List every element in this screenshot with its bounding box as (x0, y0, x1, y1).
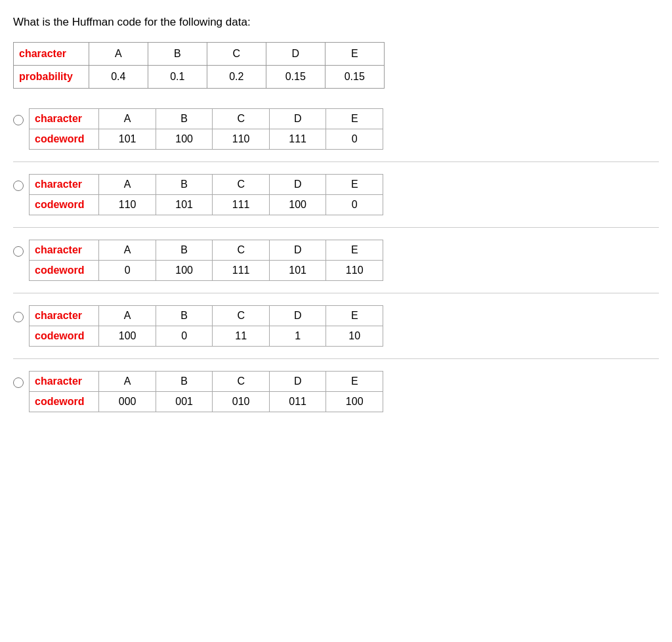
option-3-code-4: 110 (326, 261, 383, 281)
option-3-character-header: character (30, 240, 99, 261)
option-2-char-c: C (213, 175, 270, 195)
option-1-char-d: D (269, 109, 326, 129)
option-block-2: characterABCDEcodeword1101011111000 (13, 174, 659, 215)
radio-option-5[interactable] (13, 377, 24, 388)
option-3-char-c: C (213, 240, 270, 261)
radio-option-1[interactable] (13, 115, 24, 125)
option-2-character-header: character (30, 175, 99, 195)
option-5-char-e: E (326, 372, 383, 392)
option-4-char-c: C (213, 306, 270, 326)
radio-option-3[interactable] (13, 246, 24, 257)
option-4-char-e: E (326, 306, 383, 326)
option-2-code-1: 101 (156, 195, 213, 215)
option-2-codeword-header: codeword (30, 195, 99, 215)
option-table-3: characterABCDEcodeword0100111101110 (29, 240, 383, 281)
option-2-char-d: D (269, 175, 326, 195)
option-4-code-3: 1 (269, 326, 326, 347)
option-table-2: characterABCDEcodeword1101011111000 (29, 174, 383, 215)
option-2-row-character: characterABCDE (30, 175, 383, 195)
option-table-4: characterABCDEcodeword100011110 (29, 305, 383, 347)
option-4-code-4: 10 (326, 326, 383, 347)
option-1-code-4: 0 (326, 129, 383, 150)
option-4-char-a: A (99, 306, 156, 326)
data-probability-header: probability (14, 66, 89, 89)
data-prob-e: 0.15 (325, 66, 384, 89)
option-4-codeword-header: codeword (30, 326, 99, 347)
option-1-codeword-header: codeword (30, 129, 99, 150)
option-4-character-header: character (30, 306, 99, 326)
data-char-e: E (325, 43, 384, 66)
option-3-char-b: B (156, 240, 213, 261)
option-5-code-1: 001 (156, 392, 213, 412)
option-3-row-codeword: codeword0100111101110 (30, 261, 383, 281)
radio-option-4[interactable] (13, 312, 24, 322)
option-4-char-d: D (269, 306, 326, 326)
option-5-code-4: 100 (326, 392, 383, 412)
data-char-b: B (148, 43, 207, 66)
options-container: characterABCDEcodeword1011001101110chara… (13, 108, 659, 412)
option-2-code-0: 110 (99, 195, 156, 215)
option-block-4: characterABCDEcodeword100011110 (13, 305, 659, 347)
option-2-code-3: 100 (269, 195, 326, 215)
option-1-code-2: 110 (213, 129, 270, 150)
option-1-code-3: 111 (269, 129, 326, 150)
option-5-code-0: 000 (99, 392, 156, 412)
data-prob-c: 0.2 (207, 66, 266, 89)
option-3-codeword-header: codeword (30, 261, 99, 281)
data-prob-b: 0.1 (148, 66, 207, 89)
option-1-char-e: E (326, 109, 383, 129)
question-text: What is the Huffman code for the followi… (13, 16, 659, 29)
option-3-char-e: E (326, 240, 383, 261)
data-prob-a: 0.4 (89, 66, 148, 89)
option-1-char-a: A (99, 109, 156, 129)
data-prob-d: 0.15 (266, 66, 325, 89)
option-5-char-b: B (156, 372, 213, 392)
option-5-code-2: 010 (213, 392, 270, 412)
data-character-header: character (14, 43, 89, 66)
option-block-5: characterABCDEcodeword000001010011100 (13, 371, 659, 412)
divider-1 (13, 161, 659, 162)
option-1-char-b: B (156, 109, 213, 129)
option-1-code-1: 100 (156, 129, 213, 150)
option-4-row-codeword: codeword100011110 (30, 326, 383, 347)
option-5-code-3: 011 (269, 392, 326, 412)
option-1-row-character: characterABCDE (30, 109, 383, 129)
option-3-char-d: D (269, 240, 326, 261)
option-3-code-0: 0 (99, 261, 156, 281)
divider-3 (13, 293, 659, 293)
option-2-code-4: 0 (326, 195, 383, 215)
option-3-row-character: characterABCDE (30, 240, 383, 261)
option-5-character-header: character (30, 372, 99, 392)
data-char-d: D (266, 43, 325, 66)
data-char-c: C (207, 43, 266, 66)
option-4-row-character: characterABCDE (30, 306, 383, 326)
option-4-code-2: 11 (213, 326, 270, 347)
option-block-1: characterABCDEcodeword1011001101110 (13, 108, 659, 150)
option-5-codeword-header: codeword (30, 392, 99, 412)
option-2-char-a: A (99, 175, 156, 195)
option-2-row-codeword: codeword1101011111000 (30, 195, 383, 215)
radio-option-2[interactable] (13, 181, 24, 191)
divider-2 (13, 227, 659, 228)
data-table: character A B C D E probability 0.4 0.1 … (13, 42, 385, 89)
option-5-char-d: D (269, 372, 326, 392)
option-5-char-c: C (213, 372, 270, 392)
option-2-char-e: E (326, 175, 383, 195)
option-3-code-1: 100 (156, 261, 213, 281)
option-1-row-codeword: codeword1011001101110 (30, 129, 383, 150)
option-3-code-2: 111 (213, 261, 270, 281)
data-table-row-probability: probability 0.4 0.1 0.2 0.15 0.15 (14, 66, 385, 89)
option-5-row-codeword: codeword000001010011100 (30, 392, 383, 412)
option-4-char-b: B (156, 306, 213, 326)
divider-4 (13, 358, 659, 359)
option-5-row-character: characterABCDE (30, 372, 383, 392)
option-2-code-2: 111 (213, 195, 270, 215)
option-5-char-a: A (99, 372, 156, 392)
option-4-code-1: 0 (156, 326, 213, 347)
option-block-3: characterABCDEcodeword0100111101110 (13, 240, 659, 281)
option-2-char-b: B (156, 175, 213, 195)
option-3-code-3: 101 (269, 261, 326, 281)
option-3-char-a: A (99, 240, 156, 261)
option-1-character-header: character (30, 109, 99, 129)
option-1-char-c: C (213, 109, 270, 129)
